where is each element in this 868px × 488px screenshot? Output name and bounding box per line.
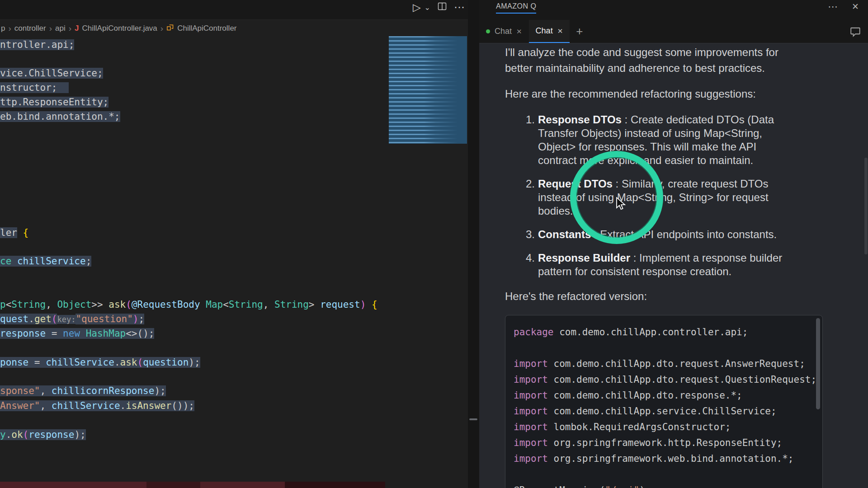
minimap-highlight-region — [389, 36, 467, 144]
chat-text-line: Constants : Extract API endpoints into c… — [538, 228, 798, 241]
chat-text-line: Response DTOs : Create dedicated DTOs (D… — [538, 113, 798, 127]
code-block-line: @RequestMapping("/api") — [514, 483, 814, 488]
sash-handle[interactable] — [469, 418, 477, 420]
code-line: y.ok(response); — [0, 427, 86, 442]
chat-paragraph: Here's the refactored version: — [505, 288, 868, 304]
code-line: ponse = chillService.ask(question); — [0, 355, 200, 370]
modified-dot-icon — [486, 29, 490, 33]
split-editor-icon[interactable] — [438, 2, 447, 13]
panel-title: AMAZON Q — [496, 2, 536, 14]
code-block-line: import org.springframework.web.bind.anno… — [514, 451, 814, 467]
code-line: vice.ChillService; — [0, 66, 103, 80]
breadcrumb-separator: › — [69, 23, 71, 33]
new-tab-button[interactable]: + — [570, 20, 589, 43]
editor-group: ▷ ⌄ ⋯ p › controller › api › J ChillApiC… — [0, 0, 479, 488]
amazon-q-panel: AMAZON Q ⋯ ✕ Chat ✕ Chat ✕ + I'll analyz… — [479, 0, 868, 488]
chat-text-line: pattern for consistent response creation… — [538, 265, 798, 278]
code-line: ttp.ResponseEntity; — [0, 95, 108, 109]
tab-chat-2[interactable]: Chat ✕ — [529, 20, 570, 43]
chat-text-line: better maintainability and adherence to … — [505, 60, 868, 76]
code-line: sponse", chillicornResponse); — [0, 384, 166, 398]
editor-panel-divider[interactable] — [468, 0, 479, 488]
code-block-line: import com.demo.chillApp.service.ChillSe… — [514, 404, 814, 419]
tab-label: Chat — [495, 27, 512, 36]
panel-close-icon[interactable]: ✕ — [852, 1, 859, 12]
code-editor[interactable]: ntroller.api; vice.ChillService; nstruct… — [0, 37, 385, 482]
code-line: quest.get(key:"question"); — [0, 312, 144, 326]
chat-text-line: Response Builder : Implement a response … — [538, 251, 798, 265]
breadcrumb-item-api[interactable]: api — [55, 24, 66, 33]
error-highlight-strip — [0, 482, 385, 488]
chat-paragraph: Here are the recommended refactoring sug… — [505, 86, 868, 102]
breadcrumb-item-class[interactable]: ChillApiController — [177, 24, 236, 33]
code-line: ce chillService; — [0, 254, 91, 268]
breadcrumb-item-controller[interactable]: controller — [14, 24, 46, 33]
code-line: eb.bind.annotation.*; — [0, 109, 120, 124]
minimap[interactable] — [389, 20, 467, 488]
mouse-cursor — [616, 197, 628, 213]
list-item: 3. Constants : Extract API endpoints int… — [526, 228, 868, 241]
tab-label: Chat — [536, 26, 553, 36]
breadcrumb-separator: › — [49, 23, 52, 33]
code-line: ler { — [0, 225, 28, 240]
list-number: 4. — [526, 251, 538, 278]
breadcrumb-item[interactable]: p — [1, 24, 5, 33]
code-block-line — [514, 467, 814, 483]
chat-tab-bar: Chat ✕ Chat ✕ + — [479, 20, 868, 43]
chat-content: I'll analyze the code and suggest some i… — [479, 43, 868, 488]
tab-close-icon[interactable]: ✕ — [557, 27, 563, 35]
list-item: 1. Response DTOs : Create dedicated DTOs… — [526, 113, 868, 167]
editor-actions: ▷ ⌄ ⋯ — [413, 0, 465, 14]
class-symbol-icon — [166, 23, 174, 33]
panel-title-bar: AMAZON Q ⋯ ✕ — [479, 0, 868, 20]
tab-close-icon[interactable]: ✕ — [516, 28, 522, 36]
code-block-line: import com.demo.chillApp.dto.request.Que… — [514, 372, 814, 388]
code-block-line: import lombok.RequiredArgsConstructor; — [514, 419, 814, 435]
code-block-line: import com.demo.chillApp.dto.response.*; — [514, 388, 814, 404]
list-item: 4. Response Builder : Implement a respon… — [526, 251, 868, 278]
breadcrumb-separator: › — [8, 23, 11, 33]
breadcrumb-separator: › — [160, 23, 163, 33]
chat-text-line: Object> for responses. This will make th… — [538, 140, 798, 154]
chat-text-line: contract more explicit and easier to mai… — [538, 154, 798, 167]
tab-chat-1[interactable]: Chat ✕ — [479, 20, 529, 43]
java-file-icon: J — [75, 24, 79, 33]
code-block-line — [514, 340, 814, 356]
code-line: p<String, Object>> ask(@RequestBody Map<… — [0, 297, 377, 312]
chat-paragraph: I'll analyze the code and suggest some i… — [505, 44, 868, 76]
breadcrumb-item-file[interactable]: ChillApiController.java — [82, 24, 157, 33]
list-number: 1. — [526, 113, 538, 167]
panel-scrollbar[interactable] — [864, 158, 868, 254]
chat-text-line: Transfer Objects) instead of using Map<S… — [538, 127, 798, 140]
more-actions-icon[interactable]: ⋯ — [454, 1, 465, 14]
run-dropdown-chevron-icon[interactable]: ⌄ — [425, 3, 430, 12]
code-line: ntroller.api; — [0, 38, 74, 52]
code-line: nstructor; — [0, 80, 69, 95]
code-line: response = new HashMap<>(); — [0, 326, 154, 341]
code-block-line: import com.demo.chillApp.dto.request.Ans… — [514, 356, 814, 372]
editor-tab-bar: ▷ ⌄ ⋯ — [0, 0, 479, 20]
code-line: Answer", chillService.isAnswer()); — [0, 399, 194, 413]
run-icon[interactable]: ▷ — [413, 2, 421, 13]
chat-code-block: package com.demo.chillApp.controller.api… — [505, 315, 823, 488]
chat-text-line: I'll analyze the code and suggest some i… — [505, 44, 868, 60]
code-block-line: import org.springframework.http.Response… — [514, 435, 814, 451]
comment-icon[interactable] — [850, 20, 861, 43]
list-number: 3. — [526, 228, 538, 241]
code-block-line: package com.demo.chillApp.controller.api… — [514, 324, 814, 340]
list-number: 2. — [526, 177, 538, 218]
code-block-scrollbar[interactable] — [816, 318, 820, 409]
panel-more-icon[interactable]: ⋯ — [828, 1, 838, 13]
